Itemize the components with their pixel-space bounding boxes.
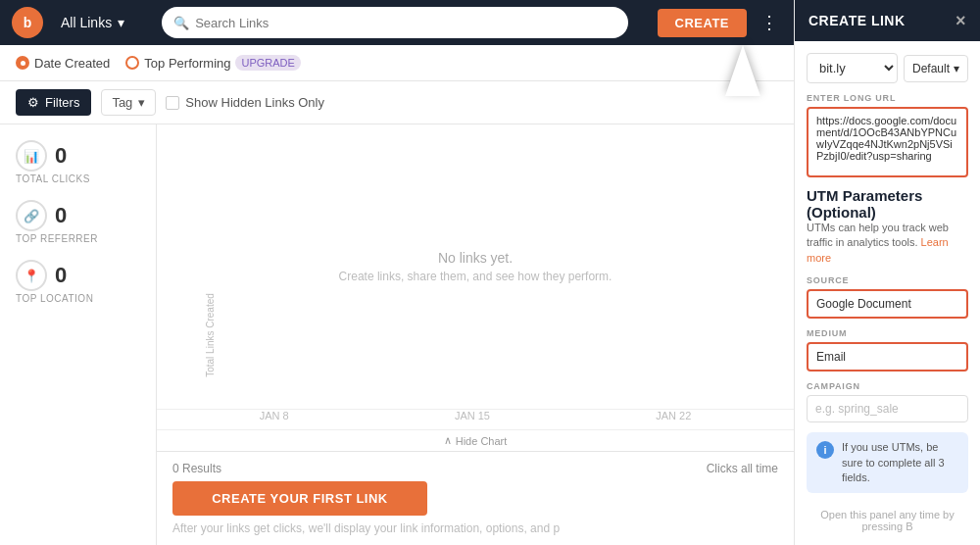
nav-dots[interactable]: ⋮ bbox=[757, 8, 782, 37]
source-input[interactable] bbox=[807, 289, 968, 319]
location-icon: 📍 bbox=[16, 260, 47, 291]
top-location-stat: 📍 0 TOP LOCATION bbox=[16, 260, 140, 304]
x-label-1: JAN 8 bbox=[260, 410, 289, 421]
chart-x-axis: JAN 8 JAN 15 JAN 22 bbox=[157, 409, 794, 429]
domain-row: bit.ly Default ▾ bbox=[807, 53, 968, 83]
radio-dot-filled bbox=[16, 56, 29, 70]
results-bar: 0 Results Clicks all time bbox=[172, 462, 778, 475]
close-panel-button[interactable]: × bbox=[956, 12, 966, 29]
utm-section: UTM Parameters (Optional) UTMs can help … bbox=[807, 187, 968, 266]
upgrade-badge: UPGRADE bbox=[235, 55, 300, 71]
date-created-radio[interactable]: Date Created bbox=[16, 56, 110, 71]
filter-icon: ⚙ bbox=[27, 95, 39, 110]
top-nav: b All Links ▾ 🔍 CREATE ⋮ bbox=[0, 0, 794, 45]
stats-panel: 📊 0 TOTAL CLICKS 🔗 0 TOP REFERRER 📍 0 TO… bbox=[0, 124, 157, 545]
logo-button[interactable]: b bbox=[12, 7, 43, 38]
top-performing-radio[interactable]: Top Performing UPGRADE bbox=[125, 55, 301, 71]
show-hidden-checkbox[interactable] bbox=[166, 96, 179, 110]
panel-body: bit.ly Default ▾ ENTER LONG URL https://… bbox=[795, 41, 980, 545]
after-click-text: After your links get clicks, we'll displ… bbox=[172, 521, 560, 535]
info-icon: i bbox=[816, 441, 834, 459]
filters-button[interactable]: ⚙ Filters bbox=[16, 89, 91, 116]
chart-vertical-label: Total Links Created bbox=[205, 293, 216, 377]
search-bar: 🔍 bbox=[162, 7, 627, 38]
bottom-cta: 0 Results Clicks all time CREATE YOUR FI… bbox=[157, 451, 794, 545]
x-label-3: JAN 22 bbox=[656, 410, 691, 421]
hide-chart-button[interactable]: ∧ Hide Chart bbox=[157, 429, 794, 451]
all-links-dropdown[interactable]: All Links ▾ bbox=[53, 11, 132, 34]
chevron-down-icon: ▾ bbox=[118, 15, 124, 30]
medium-field: MEDIUM bbox=[807, 328, 968, 372]
info-box: i If you use UTMs, be sure to complete a… bbox=[807, 432, 968, 493]
chevron-down-icon: ▾ bbox=[138, 95, 145, 110]
press-b-hint: Open this panel any time by pressing B bbox=[807, 503, 968, 538]
campaign-field: CAMPAIGN bbox=[807, 381, 968, 422]
campaign-input[interactable] bbox=[807, 395, 968, 422]
radio-group: Date Created Top Performing UPGRADE bbox=[16, 55, 778, 71]
clicks-icon: 📊 bbox=[16, 140, 47, 172]
x-label-2: JAN 15 bbox=[455, 410, 490, 421]
top-referrer-stat: 🔗 0 TOP REFERRER bbox=[16, 200, 140, 244]
create-button[interactable]: CREATE bbox=[658, 9, 747, 37]
show-hidden-checkbox-label[interactable]: Show Hidden Links Only bbox=[166, 95, 324, 110]
tag-dropdown[interactable]: Tag ▾ bbox=[101, 89, 156, 116]
medium-input[interactable] bbox=[807, 342, 968, 372]
filter-bar: Date Created Top Performing UPGRADE bbox=[0, 45, 794, 81]
right-panel: CREATE LINK × bit.ly Default ▾ ENTER LON… bbox=[794, 0, 980, 545]
panel-header: CREATE LINK × bbox=[795, 0, 980, 41]
chevron-down-icon: ▾ bbox=[954, 62, 959, 75]
long-url-field: ENTER LONG URL https://docs.google.com/d… bbox=[807, 93, 968, 177]
total-clicks-stat: 📊 0 TOTAL CLICKS bbox=[16, 140, 140, 184]
stats-chart-area: 📊 0 TOTAL CLICKS 🔗 0 TOP REFERRER 📍 0 TO… bbox=[0, 124, 794, 545]
chart-inner: No links yet. Create links, share them, … bbox=[157, 124, 794, 409]
chevron-up-icon: ∧ bbox=[444, 434, 452, 447]
long-url-input[interactable]: https://docs.google.com/document/d/1OOcB… bbox=[807, 107, 968, 177]
chart-container: Total Links Created No links yet. Create… bbox=[157, 124, 794, 545]
source-field: SOURCE bbox=[807, 275, 968, 319]
radio-dot-empty bbox=[125, 56, 139, 70]
toolbar: ⚙ Filters Tag ▾ Show Hidden Links Only bbox=[0, 81, 794, 124]
search-icon: 🔍 bbox=[173, 16, 189, 30]
create-first-link-button[interactable]: CREATE YOUR FIRST LINK bbox=[172, 481, 427, 516]
referrer-icon: 🔗 bbox=[16, 200, 47, 231]
domain-select[interactable]: bit.ly bbox=[807, 53, 898, 83]
search-input[interactable] bbox=[195, 16, 615, 30]
default-select[interactable]: Default ▾ bbox=[904, 55, 968, 82]
utm-description: UTMs can help you track web traffic in a… bbox=[807, 221, 968, 266]
